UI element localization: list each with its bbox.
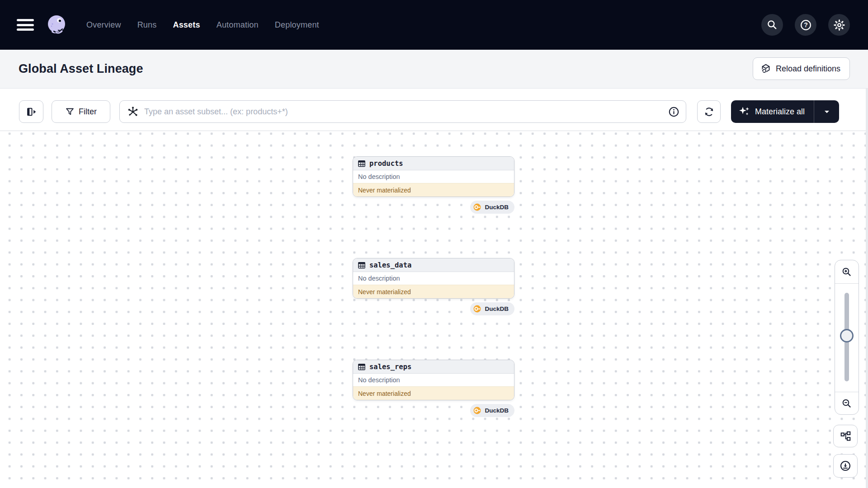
- asset-name: sales_reps: [369, 363, 411, 371]
- nav-item-assets[interactable]: Assets: [173, 20, 200, 30]
- page-header: Global Asset Lineage Reload definitions: [0, 50, 868, 89]
- materialize-group: Materialize all: [731, 100, 839, 123]
- expand-panel-icon: [26, 106, 37, 117]
- duckdb-badge[interactable]: DuckDB: [470, 201, 514, 214]
- zoom-out-button[interactable]: [835, 392, 859, 414]
- chevron-down-icon: [822, 107, 831, 116]
- duckdb-badge-label: DuckDB: [485, 407, 509, 414]
- nav-actions: ?: [761, 14, 850, 36]
- filter-button[interactable]: Filter: [52, 100, 110, 123]
- asset-card-header: products: [353, 157, 514, 170]
- dagster-logo[interactable]: [46, 14, 67, 36]
- zoom-in-icon: [841, 267, 852, 277]
- duckdb-badge[interactable]: DuckDB: [470, 404, 514, 417]
- zoom-out-icon: [841, 398, 852, 409]
- asset-node-sales-reps[interactable]: sales_reps No description Never material…: [353, 360, 514, 400]
- search-button[interactable]: [761, 14, 783, 36]
- nav-item-runs[interactable]: Runs: [137, 20, 157, 30]
- asset-name: products: [369, 160, 403, 168]
- asset-subset-field: [119, 100, 686, 123]
- canvas-edge-divider: [866, 89, 868, 488]
- help-button[interactable]: ?: [795, 14, 816, 36]
- duckdb-icon: [473, 406, 481, 415]
- asset-status-never-materialized: Never materialized: [353, 183, 514, 197]
- duckdb-badge[interactable]: DuckDB: [470, 302, 514, 315]
- materialize-dropdown-button[interactable]: [814, 100, 839, 123]
- zoom-slider[interactable]: [835, 284, 859, 392]
- reload-definitions-label: Reload definitions: [776, 64, 840, 74]
- zoom-slider-thumb[interactable]: [840, 329, 854, 343]
- asset-description: No description: [353, 374, 514, 387]
- zoom-controls: [835, 260, 859, 415]
- settings-button[interactable]: [828, 14, 850, 36]
- duckdb-badge-label: DuckDB: [485, 204, 509, 211]
- materialize-all-button[interactable]: Materialize all: [731, 100, 814, 123]
- asset-card-header: sales_reps: [353, 360, 514, 374]
- asset-graph-icon: [127, 106, 139, 117]
- refresh-button[interactable]: [697, 100, 721, 123]
- dagster-logo-icon: [46, 14, 67, 36]
- download-button[interactable]: [833, 454, 858, 478]
- asset-group-sales-data: sales_data No description Never material…: [353, 258, 514, 315]
- asset-subset-input[interactable]: [144, 107, 668, 117]
- filter-funnel-icon: [65, 107, 75, 117]
- refresh-icon: [703, 106, 715, 117]
- search-icon: [766, 19, 778, 31]
- lineage-canvas[interactable]: products No description Never materializ…: [0, 131, 868, 488]
- zoom-in-button[interactable]: [835, 260, 859, 284]
- help-icon: ?: [800, 19, 812, 31]
- table-icon: [358, 261, 366, 269]
- primary-nav: Overview Runs Assets Automation Deployme…: [86, 20, 319, 30]
- dagster-app: Overview Runs Assets Automation Deployme…: [0, 0, 868, 488]
- asset-group-products: products No description Never materializ…: [353, 156, 514, 214]
- duckdb-icon: [473, 305, 481, 313]
- download-icon: [840, 460, 851, 472]
- asset-description: No description: [353, 170, 514, 183]
- asset-description: No description: [353, 272, 514, 285]
- gear-icon: [833, 19, 845, 31]
- duckdb-badge-label: DuckDB: [485, 305, 509, 312]
- duckdb-icon: [473, 203, 481, 211]
- reload-definitions-button[interactable]: Reload definitions: [753, 57, 850, 80]
- materialize-all-label: Materialize all: [755, 107, 805, 117]
- reload-definitions-icon: [760, 63, 771, 74]
- top-navbar: Overview Runs Assets Automation Deployme…: [0, 0, 868, 50]
- svg-text:?: ?: [804, 21, 808, 28]
- sparkle-icon: [738, 106, 750, 117]
- info-icon[interactable]: [668, 106, 679, 117]
- table-icon: [358, 363, 366, 371]
- asset-status-never-materialized: Never materialized: [353, 387, 514, 400]
- page-title: Global Asset Lineage: [19, 62, 143, 76]
- expand-panel-button[interactable]: [19, 100, 43, 123]
- filter-label: Filter: [79, 107, 97, 117]
- nav-item-deployment[interactable]: Deployment: [275, 20, 319, 30]
- menu-icon[interactable]: [17, 18, 34, 32]
- asset-name: sales_data: [369, 261, 411, 269]
- nav-item-overview[interactable]: Overview: [86, 20, 121, 30]
- asset-card-header: sales_data: [353, 258, 514, 272]
- asset-group-sales-reps: sales_reps No description Never material…: [353, 360, 514, 417]
- table-icon: [358, 160, 366, 168]
- relayout-graph-button[interactable]: [833, 425, 858, 447]
- lineage-toolbar: Filter: [0, 89, 868, 131]
- tree-layout-icon: [840, 431, 851, 442]
- asset-status-never-materialized: Never materialized: [353, 285, 514, 298]
- asset-node-products[interactable]: products No description Never materializ…: [353, 156, 514, 197]
- asset-node-sales-data[interactable]: sales_data No description Never material…: [353, 258, 514, 299]
- nav-item-automation[interactable]: Automation: [217, 20, 259, 30]
